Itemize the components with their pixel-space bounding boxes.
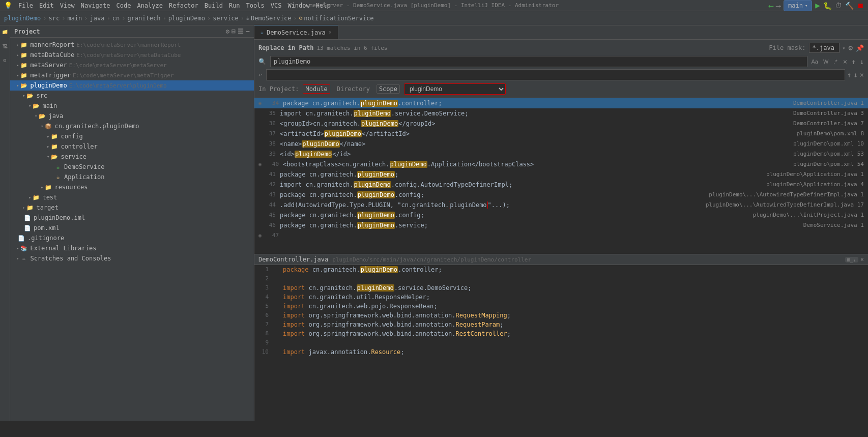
tree-toggle-mannerreport[interactable] (16, 42, 19, 47)
tree-item-service[interactable]: 📂 service (10, 152, 254, 162)
result-row-37[interactable]: 37 <artifactId>pluginDemo</artifactId> p… (254, 129, 868, 139)
menu-item-code[interactable]: Code (117, 2, 131, 9)
tree-item-java[interactable]: 📂 java (10, 111, 254, 121)
scope-tab-directory[interactable]: Directory (334, 84, 372, 94)
result-row-43[interactable]: 43 package cn.granitech.pluginDemo.confi… (254, 190, 868, 200)
tree-toggle-extlibs[interactable] (16, 246, 19, 251)
breadcrumb-service[interactable]: service (213, 15, 239, 22)
tree-item-package[interactable]: 📦 cn.granitech.pluginDemo (10, 121, 254, 131)
tree-toggle-plugindemo[interactable] (16, 83, 19, 88)
result-row-35[interactable]: 35 import cn.granitech.pluginDemo.servic… (254, 108, 868, 119)
filter-icon[interactable]: ⚙ (849, 44, 853, 52)
breadcrumb-plugindemo2[interactable]: pluginDemo (168, 15, 205, 22)
result-row-39[interactable]: 39 <id>pluginDemo</id> pluginDemo\pom.xm… (254, 149, 868, 159)
structure-icon[interactable]: 🏗 (3, 44, 8, 49)
run-btn[interactable]: ▶ (815, 1, 820, 10)
close-code-btn[interactable]: × (860, 256, 864, 263)
menu-item-edit[interactable]: Edit (39, 2, 54, 9)
menu-item-analyze[interactable]: Analyze (137, 2, 163, 9)
filemask-input[interactable] (809, 43, 840, 53)
result-row-47[interactable]: ◉ 47 (254, 230, 868, 241)
search-next-btn[interactable]: ↓ (860, 57, 864, 66)
result-row-42[interactable]: 42 import cn.granitech.pluginDemo.config… (254, 180, 868, 190)
replace-next-btn[interactable]: ↓ (853, 71, 857, 79)
tree-toggle-target[interactable] (22, 205, 25, 210)
breadcrumb-plugindemo[interactable]: pluginDemo (4, 15, 41, 22)
stop-btn[interactable]: ⏹ (857, 2, 864, 10)
tree-item-metatrigger[interactable]: 📁 metaTrigger E:\code\metaServer\metaTri… (10, 70, 254, 80)
tree-item-extlibs[interactable]: 📚 External Libraries (10, 243, 254, 253)
toolbar-back-btn[interactable]: ⟵ (769, 2, 773, 10)
tree-item-demoservice[interactable]: ☕ DemoService (10, 162, 254, 172)
sidebar-close-icon[interactable]: − (246, 27, 250, 35)
inline-badge[interactable]: m̲ᵢ (845, 257, 858, 263)
module-select[interactable]: pluginDemo (404, 83, 506, 95)
tree-toggle-test[interactable] (28, 195, 31, 200)
regex-btn[interactable]: .* (832, 58, 838, 65)
tab-close-btn[interactable]: × (329, 30, 332, 35)
sidebar-gear-icon[interactable]: ☰ (238, 27, 244, 35)
result-row-38[interactable]: 38 <name>pluginDemo</name> pluginDemo\po… (254, 139, 868, 149)
debug-btn[interactable]: 🐛 (823, 2, 832, 10)
tree-toggle-resources[interactable] (41, 185, 43, 190)
breadcrumb-src[interactable]: src (48, 15, 60, 22)
tree-toggle-java[interactable] (35, 113, 37, 119)
run-config-selector[interactable]: main ▾ (784, 0, 812, 11)
profile-btn[interactable]: ⏱ (835, 2, 842, 10)
result-row-34[interactable]: ◉ 34 package cn.granitech.pluginDemo.con… (254, 98, 868, 108)
result-row-46[interactable]: 46 package cn.granitech.pluginDemo.servi… (254, 220, 868, 230)
menu-item-file[interactable]: File (18, 2, 33, 9)
tree-item-mannerreport[interactable]: 📁 mannerReport E:\code\metaServer\manner… (10, 40, 254, 50)
pin-icon[interactable]: 📌 (856, 44, 864, 52)
tree-item-gitignore[interactable]: 📄 .gitignore (10, 233, 254, 243)
menu-item-refactor[interactable]: Refactor (169, 2, 198, 9)
menu-item-navigate[interactable]: Navigate (81, 2, 110, 9)
menu-item-tools[interactable]: Tools (246, 2, 265, 9)
breadcrumb-cn[interactable]: cn (112, 15, 120, 22)
tree-toggle-metadatacube[interactable] (16, 52, 19, 57)
results-area[interactable]: ◉ 34 package cn.granitech.pluginDemo.con… (254, 98, 868, 254)
sidebar-collapse-icon[interactable]: ⊟ (232, 27, 236, 35)
tree-item-plugindemo[interactable]: 📂 pluginDemo E:\code\metaServer\pluginDe… (10, 80, 254, 91)
whole-word-btn[interactable]: W (822, 58, 830, 65)
breadcrumb-demoservice[interactable]: ☕ DemoService (246, 15, 292, 22)
tree-toggle-controller[interactable] (47, 144, 49, 149)
search-input[interactable] (270, 56, 807, 67)
tree-toggle-package[interactable] (41, 124, 43, 129)
tree-toggle-config[interactable] (47, 134, 49, 139)
breadcrumb-notificationservice[interactable]: ⚙ notificationService (299, 15, 374, 22)
replace-close-btn[interactable]: × (860, 71, 864, 79)
breadcrumb-java[interactable]: java (90, 15, 105, 22)
menu-item-vcs[interactable]: VCS (271, 2, 282, 9)
result-row-44[interactable]: 44 .add(AutowiredType.Type.PLUGIN, "cn.g… (254, 200, 868, 210)
scope-tab-module[interactable]: Module (303, 84, 330, 94)
build-btn[interactable]: 🔨 (845, 2, 854, 10)
menu-item-view[interactable]: View (60, 2, 75, 9)
sidebar-settings-icon[interactable]: ⚙ (226, 27, 230, 35)
tree-item-main[interactable]: 📂 main (10, 101, 254, 111)
tree-item-controller[interactable]: 📁 controller (10, 141, 254, 152)
result-row-40[interactable]: ◉ 40 <bootstrapClass>cn.granitech.plugin… (254, 159, 868, 169)
tree-item-target[interactable]: 📁 target (10, 202, 254, 213)
breadcrumb-main[interactable]: main (67, 15, 82, 22)
replace-input[interactable] (266, 69, 845, 80)
project-icon[interactable]: 📁 (2, 30, 8, 36)
commit-icon[interactable]: ⚙ (3, 57, 6, 63)
search-close-btn[interactable]: × (843, 57, 847, 66)
tree-item-pomxml[interactable]: 📄 pom.xml (10, 223, 254, 233)
tree-item-test[interactable]: 📁 test (10, 192, 254, 202)
tree-item-src[interactable]: 📂 src (10, 91, 254, 101)
tree-item-resources[interactable]: 📁 resources (10, 182, 254, 192)
result-row-41[interactable]: 41 package cn.granitech.pluginDemo; plug… (254, 169, 868, 180)
tree-item-application[interactable]: ☕ Application (10, 172, 254, 182)
tree-toggle-scratches[interactable] (16, 256, 19, 261)
menu-item-window[interactable]: Window (287, 2, 309, 9)
tree-toggle-src[interactable] (22, 93, 25, 98)
run-config-dropdown-icon[interactable]: ▾ (805, 3, 807, 8)
menu-item-run[interactable]: Run (229, 2, 240, 9)
replace-prev-btn[interactable]: ↑ (847, 71, 851, 79)
toolbar-forward-btn[interactable]: ⟶ (776, 2, 780, 10)
case-sensitive-btn[interactable]: Aa (809, 58, 819, 65)
scope-tab-scope[interactable]: Scope (377, 84, 400, 94)
result-row-36[interactable]: 36 <groupId>cn.granitech.pluginDemo</gro… (254, 119, 868, 129)
